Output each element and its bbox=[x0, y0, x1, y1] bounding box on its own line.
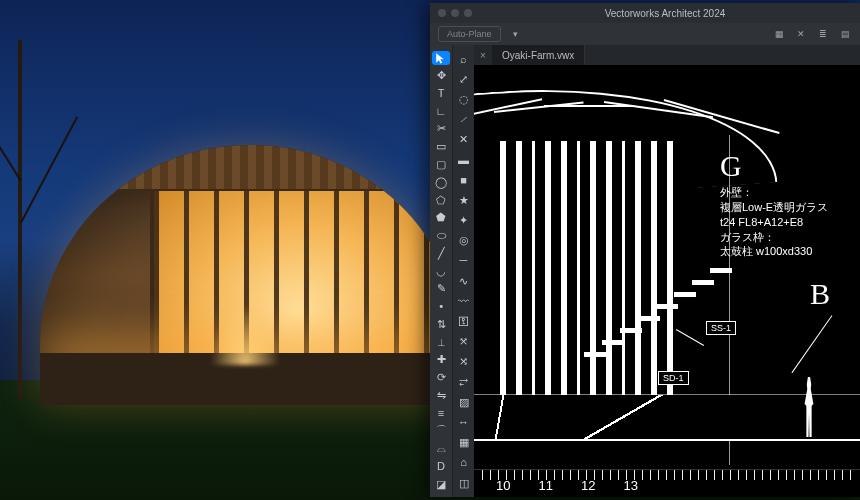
ruler-12: 12 bbox=[581, 470, 595, 493]
tool-scale-icon[interactable]: ⤨ bbox=[455, 354, 473, 370]
tool-fill-icon[interactable]: ▬ bbox=[455, 152, 473, 168]
tool-cutline-icon[interactable]: ✕ bbox=[455, 132, 473, 148]
save-icon[interactable]: ▤ bbox=[838, 27, 852, 41]
zoom-dot-icon[interactable] bbox=[464, 9, 472, 17]
dropdown-icon[interactable]: ▾ bbox=[509, 27, 523, 41]
tool-move3d-icon[interactable]: ⤧ bbox=[455, 334, 473, 350]
auto-plane-chip[interactable]: Auto-Plane bbox=[438, 26, 501, 42]
roof-band bbox=[40, 145, 460, 191]
tag-sd1: SD-1 bbox=[658, 371, 689, 385]
app-title: Vectorworks Architect 2024 bbox=[478, 8, 852, 19]
tool-paint-icon[interactable]: ✚ bbox=[432, 353, 450, 367]
tool-zoom-icon[interactable]: ⌕ bbox=[455, 51, 473, 67]
tool-eyedrop-icon[interactable]: ⦁ bbox=[432, 300, 450, 314]
tool-cursor-icon[interactable] bbox=[432, 51, 450, 65]
tree bbox=[18, 40, 22, 400]
tool-rrect-icon[interactable]: ▢ bbox=[432, 158, 450, 172]
tool-arc-icon[interactable]: ◡ bbox=[432, 264, 450, 278]
roof-spokes bbox=[474, 77, 774, 137]
tool-dim-icon[interactable]: ↔ bbox=[455, 414, 473, 430]
tool-ring-icon[interactable]: ◎ bbox=[455, 233, 473, 249]
tool-scissors-icon[interactable]: ✂ bbox=[432, 122, 450, 136]
grid-toggle-icon[interactable]: ▦ bbox=[772, 27, 786, 41]
ground-hatch bbox=[474, 395, 860, 439]
tool-fillsolid-icon[interactable]: ■ bbox=[455, 172, 473, 188]
tool-d-icon[interactable]: D bbox=[432, 460, 450, 474]
tool-grid-icon[interactable]: ▦ bbox=[455, 435, 473, 451]
document-tab-label: Oyaki-Farm.vwx bbox=[502, 50, 574, 61]
top-option-bar: Auto-Plane ▾ ▦ ✕ ≣ ▤ bbox=[430, 23, 860, 45]
tool-ortho-icon[interactable]: ∟ bbox=[432, 104, 450, 118]
ruler-11: 11 bbox=[538, 470, 552, 493]
bottom-ruler: 10 11 12 13 bbox=[474, 469, 860, 497]
tool-lock-icon[interactable]: ⚿ bbox=[455, 313, 473, 329]
annot-frame-spec: 太鼓柱 w100xd330 bbox=[720, 244, 828, 259]
ruler-10: 10 bbox=[496, 470, 510, 493]
tool-column-secondary: ⌕ ⤢ ◌ ⟋ ✕ ▬ ■ ★ ✦ ◎ ─ ∿ 〰 ⚿ ⤧ ⤨ ⥂ bbox=[452, 45, 474, 497]
tool-camera-icon[interactable]: ◪ bbox=[432, 477, 450, 491]
glass-wall bbox=[150, 191, 450, 361]
tool-pushpull-icon[interactable]: ⇅ bbox=[432, 317, 450, 331]
tool-view3d-icon[interactable]: ◫ bbox=[455, 475, 473, 491]
tool-oval-icon[interactable]: ⬭ bbox=[432, 229, 450, 243]
tool-plus-icon[interactable]: ✦ bbox=[455, 213, 473, 229]
tool-arch-icon[interactable]: ⌓ bbox=[432, 442, 450, 456]
tool-zoom-extent-icon[interactable]: ⤢ bbox=[455, 71, 473, 87]
annot-wall-thick: t24 FL8+A12+E8 bbox=[720, 215, 828, 230]
minimize-dot-icon[interactable] bbox=[451, 9, 459, 17]
lead-b bbox=[791, 315, 832, 373]
snap-toggle-icon[interactable]: ✕ bbox=[794, 27, 808, 41]
document-tab-bar: × Oyaki-Farm.vwx bbox=[474, 45, 860, 65]
tool-column-primary: ✥ T ∟ ✂ ▭ ▢ ◯ ⬠ ⬟ ⬭ ╱ ◡ ✎ ⦁ ⇅ ⟂ ✚ bbox=[430, 45, 452, 497]
canvas-wrap: × Oyaki-Farm.vwx bbox=[474, 45, 860, 497]
tool-knife-icon[interactable]: ⟋ bbox=[455, 112, 473, 128]
annot-wall-title: 外壁： bbox=[720, 185, 828, 200]
tool-dash-icon[interactable]: ─ bbox=[455, 253, 473, 269]
tool-wall-icon[interactable]: ⌂ bbox=[455, 455, 473, 471]
tag-ss1: SS-1 bbox=[706, 321, 736, 335]
close-dot-icon[interactable] bbox=[438, 9, 446, 17]
tool-circle-icon[interactable]: ◯ bbox=[432, 175, 450, 189]
tool-pent-icon[interactable]: ⬟ bbox=[432, 211, 450, 225]
tool-lasso-icon[interactable]: ◌ bbox=[455, 91, 473, 107]
tool-align-icon[interactable]: ≡ bbox=[432, 406, 450, 420]
tool-mirror-icon[interactable]: ⇋ bbox=[432, 389, 450, 403]
grid-mark-b: B bbox=[810, 277, 830, 311]
tool-pan-icon[interactable]: ✥ bbox=[432, 69, 450, 83]
uplight-glow bbox=[210, 305, 280, 365]
tool-palette: ✥ T ∟ ✂ ▭ ▢ ◯ ⬠ ⬟ ⬭ ╱ ◡ ✎ ⦁ ⇅ ⟂ ✚ bbox=[430, 45, 474, 497]
tool-curve-icon[interactable]: ∿ bbox=[455, 273, 473, 289]
tool-rect-icon[interactable]: ▭ bbox=[432, 140, 450, 154]
tool-measure-icon[interactable]: ⟂ bbox=[432, 335, 450, 349]
building bbox=[40, 145, 460, 405]
layers-icon[interactable]: ≣ bbox=[816, 27, 830, 41]
title-bar: Vectorworks Architect 2024 bbox=[430, 3, 860, 23]
tab-close-icon[interactable]: × bbox=[474, 50, 492, 61]
drawing-canvas[interactable]: G B 外壁： 複層Low-E透明ガラス t24 FL8+A12+E8 ガラス枠… bbox=[474, 65, 860, 497]
tool-star-icon[interactable]: ★ bbox=[455, 192, 473, 208]
tool-hatch-icon[interactable]: ▨ bbox=[455, 394, 473, 410]
tool-flip-icon[interactable]: ⥂ bbox=[455, 374, 473, 390]
floor-line bbox=[474, 439, 860, 441]
document-tab[interactable]: Oyaki-Farm.vwx bbox=[492, 45, 585, 65]
vectorworks-window: Vectorworks Architect 2024 Auto-Plane ▾ … bbox=[430, 3, 860, 497]
tool-pencil-icon[interactable]: ✎ bbox=[432, 282, 450, 296]
tool-rail-icon[interactable]: ⌒ bbox=[432, 424, 450, 438]
window-traffic-lights[interactable] bbox=[438, 9, 472, 17]
work-row: ✥ T ∟ ✂ ▭ ▢ ◯ ⬠ ⬟ ⬭ ╱ ◡ ✎ ⦁ ⇅ ⟂ ✚ bbox=[430, 45, 860, 497]
tool-rotate-icon[interactable]: ⟳ bbox=[432, 371, 450, 385]
tool-text-icon[interactable]: T bbox=[432, 87, 450, 101]
annot-wall-spec: 複層Low-E透明ガラス bbox=[720, 200, 828, 215]
annotation-block: 外壁： 複層Low-E透明ガラス t24 FL8+A12+E8 ガラス枠： 太鼓… bbox=[720, 185, 828, 259]
grid-mark-g: G bbox=[720, 149, 742, 183]
annot-frame-title: ガラス枠： bbox=[720, 230, 828, 245]
ruler-13: 13 bbox=[623, 470, 637, 493]
screenshot-stage: Vectorworks Architect 2024 Auto-Plane ▾ … bbox=[0, 0, 860, 500]
tool-line-icon[interactable]: ╱ bbox=[432, 246, 450, 260]
tool-freehand-icon[interactable]: 〰 bbox=[455, 293, 473, 309]
tool-poly-icon[interactable]: ⬠ bbox=[432, 193, 450, 207]
